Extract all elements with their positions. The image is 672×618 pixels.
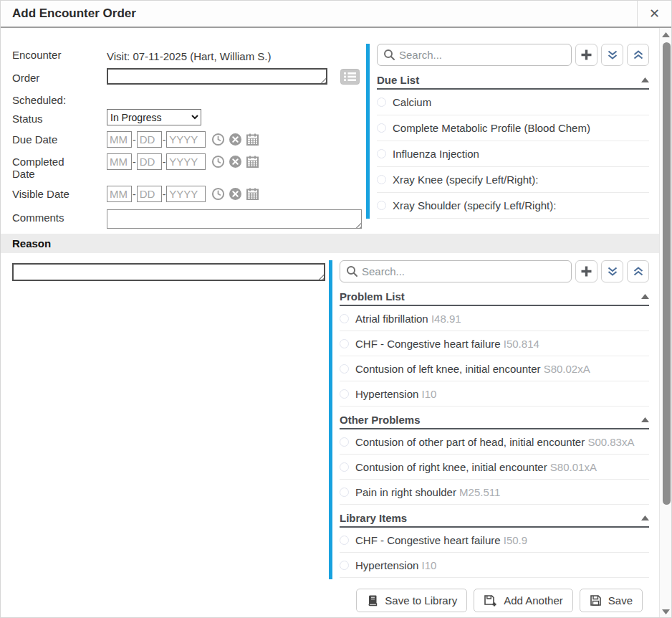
close-icon: ✕ [649, 7, 660, 20]
due-list-section-header[interactable]: Due List [377, 71, 649, 90]
icd-code: I10 [422, 388, 437, 400]
due-list-item[interactable]: Complete Metabolic Profile (Blood Chem) [377, 115, 649, 141]
item-label: Hypertension I10 [355, 388, 436, 400]
order-row: Order [12, 68, 366, 85]
section-title: Library Items [340, 512, 407, 524]
other-problems-section: Other Problems Contusion of other part o… [340, 411, 649, 505]
problems-search-input[interactable] [340, 260, 572, 282]
chevron-double-up-icon [633, 49, 644, 60]
order-label: Order [12, 70, 84, 84]
visible-date-year-input[interactable] [166, 186, 206, 202]
encounter-label: Encounter [12, 47, 84, 61]
completed-date-label: Completed Date [12, 153, 84, 180]
calendar-icon[interactable] [246, 155, 259, 168]
library-item[interactable]: CHF - Congestive heart failure I50.9 [340, 528, 649, 553]
radio-icon [340, 536, 349, 545]
collapse-arrow-icon [641, 77, 649, 82]
clock-icon[interactable] [211, 187, 225, 201]
item-label: Pain in right shoulder M25.511 [355, 486, 500, 498]
save-to-library-button[interactable]: Save to Library [356, 589, 467, 612]
add-another-button[interactable]: Add Another [474, 589, 573, 612]
clock-icon[interactable] [211, 155, 225, 168]
visible-date-day-input[interactable] [137, 186, 162, 202]
radio-icon [340, 462, 349, 472]
problem-item[interactable]: Contusion of other part of head, initial… [340, 429, 649, 455]
completed-date-row: Completed Date - - [12, 153, 366, 180]
dialog-footer: Save to Library Add Another Save [1, 589, 659, 612]
library-items-section-header[interactable]: Library Items [340, 509, 649, 528]
collapse-all-button[interactable] [627, 44, 649, 66]
item-label: Complete Metabolic Profile (Blood Chem) [393, 122, 590, 134]
icd-code: I50.9 [504, 534, 527, 546]
other-problems-section-header[interactable]: Other Problems [340, 411, 649, 429]
add-order-button[interactable] [575, 44, 597, 66]
item-label: Hypertension I10 [355, 559, 436, 571]
save-plus-icon [484, 594, 497, 607]
due-list-item[interactable]: Xray Shoulder (specify Left/Right): [377, 193, 649, 219]
icd-code: I10 [422, 559, 437, 571]
collapse-all-button[interactable] [627, 260, 649, 282]
problem-item[interactable]: Atrial fibrillation I48.91 [340, 306, 649, 331]
due-date-month-input[interactable] [107, 131, 132, 148]
calendar-icon[interactable] [246, 133, 259, 146]
expand-all-button[interactable] [601, 260, 623, 282]
due-list-item[interactable]: Calcium [377, 90, 649, 115]
status-label: Status [12, 110, 84, 125]
save-icon [590, 594, 602, 607]
problem-item[interactable]: Contusion of right knee, initial encount… [340, 455, 649, 480]
clock-icon[interactable] [211, 133, 225, 146]
visible-date-row: Visible Date - - [12, 186, 366, 202]
status-select[interactable]: In Progress [107, 109, 201, 125]
plus-icon [580, 265, 592, 277]
reason-input[interactable] [12, 263, 325, 281]
visible-date-month-input[interactable] [107, 186, 132, 202]
add-reason-button[interactable] [575, 260, 597, 282]
status-row: Status In Progress [12, 109, 366, 125]
vertical-scrollbar[interactable] [659, 28, 671, 617]
due-date-day-input[interactable] [137, 131, 162, 148]
date-separator: - [133, 134, 136, 146]
radio-icon [340, 339, 349, 348]
expand-all-button[interactable] [601, 44, 623, 66]
add-encounter-order-dialog: Add Encounter Order ✕ Encounter Visit: 0… [0, 0, 672, 618]
completed-date-day-input[interactable] [137, 153, 162, 170]
close-button[interactable]: ✕ [637, 1, 671, 27]
problem-item[interactable]: CHF - Congestive heart failure I50.814 [340, 331, 649, 356]
library-item[interactable]: Hypertension I10 [340, 553, 649, 578]
clear-date-icon[interactable] [229, 187, 242, 201]
scroll-down-icon[interactable] [662, 609, 670, 614]
order-input[interactable] [107, 68, 327, 85]
problem-item[interactable]: Hypertension I10 [340, 381, 649, 407]
scrollbar-thumb[interactable] [663, 42, 671, 505]
calendar-icon[interactable] [246, 187, 259, 201]
due-date-year-input[interactable] [166, 131, 206, 148]
problem-item[interactable]: Pain in right shoulder M25.511 [340, 480, 649, 505]
clear-date-icon[interactable] [229, 133, 242, 146]
due-list-item[interactable]: Xray Knee (specify Left/Right): [377, 167, 649, 193]
item-label: CHF - Congestive heart failure I50.9 [355, 534, 527, 546]
chevron-double-down-icon [607, 266, 618, 277]
due-list-item[interactable]: Influenza Injection [377, 141, 649, 167]
due-date-label: Due Date [12, 131, 84, 146]
save-button[interactable]: Save [580, 589, 643, 612]
section-title: Due List [377, 74, 419, 86]
library-items-section: Library Items CHF - Congestive heart fai… [340, 509, 649, 578]
clear-date-icon[interactable] [229, 155, 242, 168]
list-lookup-icon [340, 69, 360, 85]
button-label: Add Another [504, 594, 563, 607]
dialog-header: Add Encounter Order ✕ [1, 1, 671, 28]
due-list-search-input[interactable] [377, 44, 572, 66]
visible-date-label: Visible Date [12, 186, 84, 200]
comments-input[interactable] [107, 209, 362, 229]
problem-item[interactable]: Contusion of left knee, initial encounte… [340, 356, 649, 381]
radio-icon [377, 175, 386, 184]
completed-date-month-input[interactable] [107, 153, 132, 170]
problem-list-section-header[interactable]: Problem List [340, 287, 649, 306]
plus-icon [580, 49, 592, 61]
resize-handle-icon [319, 76, 326, 83]
comments-row: Comments [12, 209, 366, 229]
completed-date-year-input[interactable] [166, 153, 206, 170]
order-lookup-button[interactable] [340, 69, 360, 85]
scroll-up-icon[interactable] [662, 32, 670, 37]
radio-icon [377, 149, 386, 158]
